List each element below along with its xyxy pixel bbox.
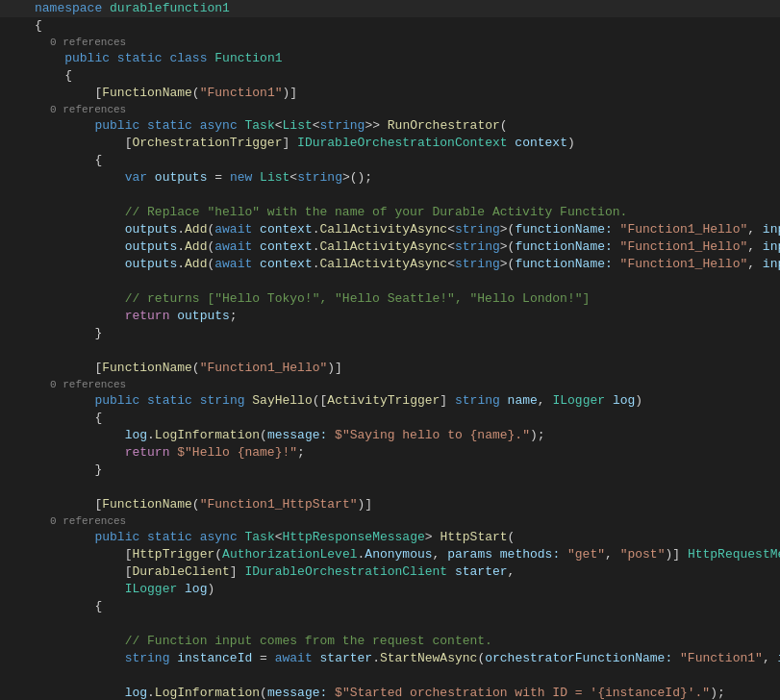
code-line: ILogger log)	[0, 581, 780, 598]
code-line: }	[0, 462, 780, 479]
code-line: // returns ["Hello Tokyo!", "Hello Seatt…	[0, 290, 780, 308]
code-line: return $"Hello {name}!";	[0, 444, 780, 462]
code-line: }	[0, 325, 780, 342]
code-line: var outputs = new List<string>();	[0, 169, 780, 187]
code-line: {	[0, 598, 780, 615]
code-line: log.LogInformation(message: $"Saying hel…	[0, 427, 780, 444]
code-line: {	[0, 152, 780, 169]
reference-hint: 0 references	[0, 35, 780, 50]
reference-hint: 0 references	[0, 513, 780, 529]
code-line	[0, 187, 780, 204]
code-line: [FunctionName("Function1_HttpStart")]	[0, 496, 780, 513]
reference-hint: 0 references	[0, 102, 780, 117]
code-line: // Function input comes from the request…	[0, 633, 780, 650]
code-line: {	[0, 17, 780, 35]
code-line: return outputs;	[0, 308, 780, 325]
code-line: {	[0, 410, 780, 427]
code-line	[0, 479, 780, 496]
code-line	[0, 615, 780, 633]
code-line	[0, 273, 780, 290]
code-line: namespace durablefunction1	[0, 0, 780, 17]
code-line: outputs.Add(await context.CallActivityAs…	[0, 256, 780, 273]
code-line: [DurableClient] IDurableOrchestrationCli…	[0, 563, 780, 581]
code-line: // Replace "hello" with the name of your…	[0, 204, 780, 221]
code-line: public static string SayHello([ActivityT…	[0, 392, 780, 410]
code-editor: namespace durablefunction1 { 0 reference…	[0, 0, 780, 700]
code-line	[0, 342, 780, 360]
code-line: string instanceId = await starter.StartN…	[0, 650, 780, 667]
code-line: public static async Task<List<string>> R…	[0, 117, 780, 135]
code-line	[0, 667, 780, 685]
code-line: log.LogInformation(message: $"Started or…	[0, 685, 780, 700]
code-line: public static async Task<HttpResponseMes…	[0, 529, 780, 546]
code-line: {	[0, 67, 780, 85]
code-line: [HttpTrigger(AuthorizationLevel.Anonymou…	[0, 546, 780, 563]
code-line: [FunctionName("Function1")]	[0, 85, 780, 102]
reference-hint: 0 references	[0, 377, 780, 392]
code-line: outputs.Add(await context.CallActivityAs…	[0, 221, 780, 238]
code-line: [FunctionName("Function1_Hello")]	[0, 360, 780, 377]
code-line: public static class Function1	[0, 50, 780, 67]
code-line: outputs.Add(await context.CallActivityAs…	[0, 238, 780, 256]
code-line: [OrchestrationTrigger] IDurableOrchestra…	[0, 135, 780, 152]
